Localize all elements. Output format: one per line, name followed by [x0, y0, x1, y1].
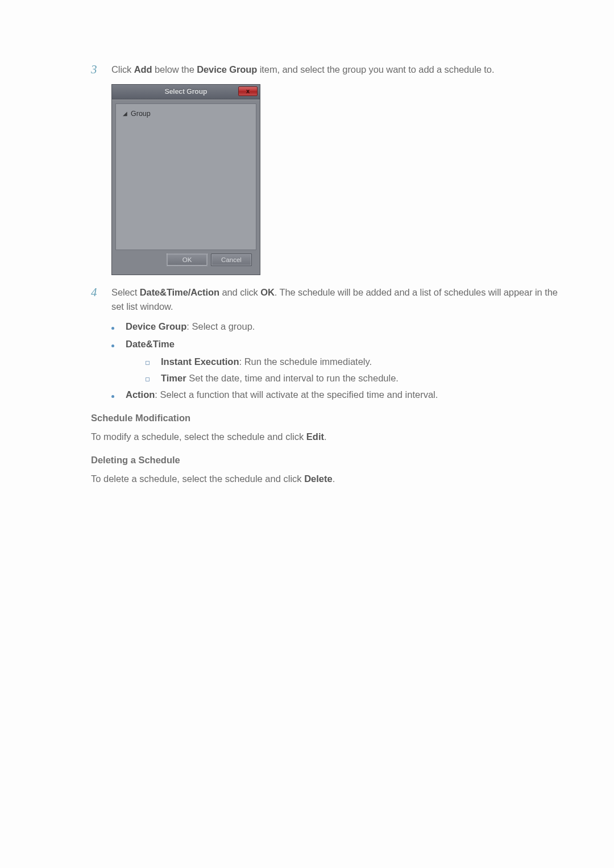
ok-button[interactable]: OK: [167, 254, 208, 266]
step4-sublist: Device Group: Select a group. Date&Time …: [111, 321, 563, 400]
text: .: [333, 474, 335, 484]
list-item: Action: Select a function that will acti…: [111, 389, 563, 400]
text: To modify a schedule, select the schedul…: [91, 431, 306, 442]
paragraph: To delete a schedule, select the schedul…: [91, 474, 563, 484]
list-text: Instant Execution: Run the schedule imme…: [161, 356, 372, 367]
bullet-icon: [111, 395, 114, 398]
heading-schedule-modification: Schedule Modification: [91, 413, 563, 423]
tree-item-label: Group: [131, 110, 151, 118]
list-text: Date&Time: [126, 339, 175, 350]
bold-delete: Delete: [304, 474, 333, 484]
list-item: Date&Time: [111, 339, 563, 350]
bold-device-group: Device Group: [197, 64, 257, 74]
bold: Action: [126, 389, 155, 400]
bold: Instant Execution: [161, 356, 239, 367]
close-button[interactable]: x: [238, 86, 258, 96]
ok-label: OK: [182, 256, 192, 263]
dialog-footer: OK Cancel: [115, 250, 256, 269]
text: To delete a schedule, select the schedul…: [91, 474, 304, 484]
list-item: Instant Execution: Run the schedule imme…: [146, 356, 563, 367]
cancel-button[interactable]: Cancel: [211, 254, 252, 266]
bold-ok: OK: [260, 287, 275, 297]
list-item: Timer Set the date, time and interval to…: [146, 373, 563, 384]
heading-deleting-schedule: Deleting a Schedule: [91, 455, 563, 466]
list-text: Timer Set the date, time and interval to…: [161, 373, 399, 384]
close-icon: x: [246, 88, 250, 94]
step-4: 4 Select Date&Time/Action and click OK. …: [91, 285, 563, 314]
bold-edit: Edit: [306, 431, 324, 442]
group-tree[interactable]: ◢ Group: [115, 103, 256, 250]
tree-item-group[interactable]: ◢ Group: [123, 110, 249, 118]
dialog-title: Select Group: [165, 88, 208, 95]
text: item, and select the group you want to a…: [257, 64, 494, 74]
text: and click: [219, 287, 260, 297]
nested-list: Instant Execution: Run the schedule imme…: [146, 356, 563, 384]
text: Select: [111, 287, 140, 297]
bold: Date&Time: [126, 339, 175, 349]
bold: Device Group: [126, 321, 186, 331]
dialog-body: ◢ Group OK Cancel: [112, 99, 260, 275]
expand-icon: ◢: [123, 110, 127, 117]
step-text: Select Date&Time/Action and click OK. Th…: [111, 285, 563, 314]
bullet-icon: [111, 344, 114, 347]
list-text: Device Group: Select a group.: [126, 321, 255, 332]
text: .: [324, 431, 327, 442]
bold-dta: Date&Time/Action: [140, 287, 219, 297]
list-item: Device Group: Select a group.: [111, 321, 563, 332]
paragraph: To modify a schedule, select the schedul…: [91, 431, 563, 442]
dialog-titlebar: Select Group x: [112, 85, 260, 99]
step-3: 3 Click Add below the Device Group item,…: [91, 63, 563, 77]
text: : Select a group.: [186, 321, 255, 331]
step-text: Click Add below the Device Group item, a…: [111, 63, 494, 77]
bold: Timer: [161, 373, 186, 383]
square-bullet-icon: [146, 377, 150, 381]
select-group-dialog: Select Group x ◢ Group OK Cancel: [111, 84, 260, 275]
bold-add: Add: [134, 64, 152, 74]
text: Set the date, time and interval to run t…: [186, 373, 399, 383]
step-number: 4: [91, 285, 101, 314]
list-text: Action: Select a function that will acti…: [126, 389, 438, 400]
square-bullet-icon: [146, 361, 150, 365]
text: : Run the schedule immediately.: [239, 356, 372, 367]
step-number: 3: [91, 63, 101, 77]
cancel-label: Cancel: [221, 256, 242, 263]
text: Click: [111, 64, 134, 74]
text: : Select a function that will activate a…: [155, 389, 438, 400]
bullet-icon: [111, 327, 114, 330]
text: below the: [152, 64, 197, 74]
